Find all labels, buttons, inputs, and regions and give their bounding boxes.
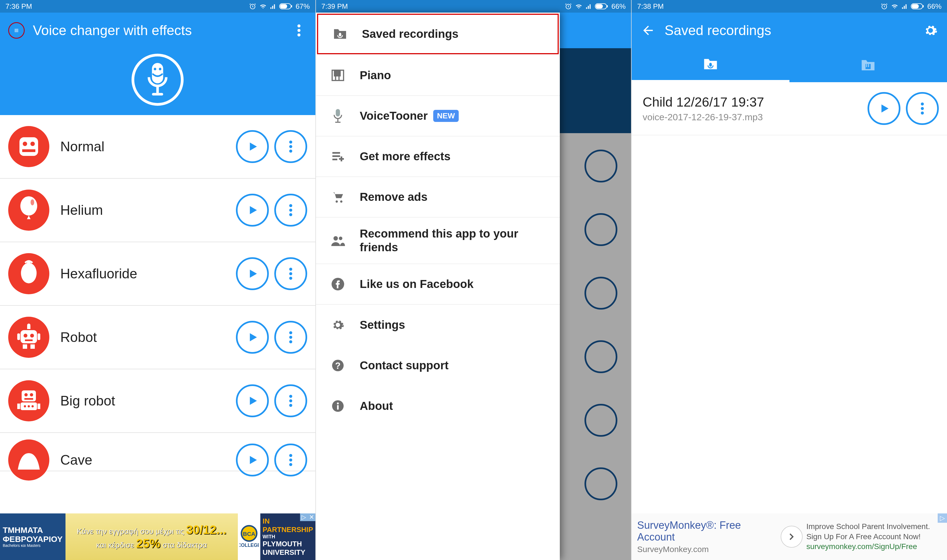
effect-label: Robot xyxy=(49,329,231,345)
adchoices-icon[interactable]: ▷ xyxy=(300,514,308,521)
row-more-button[interactable] xyxy=(274,130,307,163)
effect-row-normal[interactable]: Normal xyxy=(0,115,316,178)
svg-rect-53 xyxy=(17,403,20,409)
adchoices-icon[interactable]: ▷ xyxy=(938,514,947,523)
more-vert-icon xyxy=(289,268,293,280)
tab-voice-recordings[interactable] xyxy=(631,48,789,82)
menu-button[interactable] xyxy=(8,22,25,38)
svg-rect-95 xyxy=(923,5,924,8)
play-icon xyxy=(246,395,259,407)
svg-text:COLLEGE: COLLEGE xyxy=(240,543,259,548)
drawer-item-saved-recordings[interactable]: Saved recordings xyxy=(317,14,559,54)
svg-point-47 xyxy=(30,393,33,397)
ad-close-icon[interactable]: ✕ xyxy=(308,514,316,521)
screen-saved-recordings: 7:38 PM 66% Saved recordings Child 12/26… xyxy=(631,0,947,560)
ad-domain: SurveyMonkey.com xyxy=(637,545,771,554)
effect-row-cave[interactable]: Cave xyxy=(0,433,316,471)
arrow-back-icon xyxy=(641,23,655,37)
info-icon xyxy=(327,400,349,412)
app-title: Voice changer with effects xyxy=(25,23,291,38)
effect-row-robot[interactable]: Robot xyxy=(0,306,316,369)
ad-banner[interactable]: SurveyMonkey®: Free Account SurveyMonkey… xyxy=(631,514,947,560)
svg-rect-18 xyxy=(22,149,35,152)
drawer-item-facebook[interactable]: Like us on Facebook xyxy=(316,264,560,305)
svg-point-51 xyxy=(28,405,30,408)
effect-row-big-robot[interactable]: Big robot xyxy=(0,369,316,433)
effects-list[interactable]: Normal Helium Hexafluoride Robot xyxy=(0,115,316,471)
svg-point-50 xyxy=(24,405,26,408)
svg-rect-98 xyxy=(866,64,867,67)
svg-point-44 xyxy=(289,340,292,343)
effect-icon-normal xyxy=(8,126,49,167)
drawer-item-support[interactable]: ? Contact support xyxy=(316,345,560,386)
drawer-item-settings[interactable]: Settings xyxy=(316,305,560,345)
play-button[interactable] xyxy=(236,130,269,163)
signal-icon xyxy=(901,3,907,9)
play-button[interactable] xyxy=(236,443,269,477)
svg-rect-67 xyxy=(607,5,608,8)
battery-icon xyxy=(279,3,293,9)
ad-text: και κέρδισε xyxy=(96,541,134,549)
svg-rect-73 xyxy=(338,70,340,76)
svg-point-52 xyxy=(31,405,34,408)
app-bar: Voice changer with effects xyxy=(0,12,316,48)
row-more-button[interactable] xyxy=(274,257,307,290)
svg-rect-72 xyxy=(334,70,337,76)
app-bar: Saved recordings xyxy=(631,12,947,48)
nav-drawer: Saved recordings Piano VoiceTooner NEW G… xyxy=(316,12,560,560)
settings-button[interactable] xyxy=(922,22,939,38)
drawer-item-more-effects[interactable]: Get more effects xyxy=(316,137,560,177)
ad-go-button[interactable] xyxy=(781,526,802,548)
microphone-icon xyxy=(144,62,171,97)
svg-point-29 xyxy=(289,268,292,271)
ad-text: Κάνε την εγγραφή σου μέχρι τις xyxy=(77,527,184,535)
effect-row-helium[interactable]: Helium xyxy=(0,178,316,242)
row-more-button[interactable] xyxy=(274,385,307,417)
svg-point-60 xyxy=(289,463,292,466)
ad-text: 25% xyxy=(136,537,160,550)
overflow-button[interactable] xyxy=(291,22,307,38)
play-button[interactable] xyxy=(867,92,901,125)
effect-label: Normal xyxy=(49,138,231,154)
play-icon xyxy=(246,331,259,343)
drawer-item-remove-ads[interactable]: Remove ads xyxy=(316,177,560,217)
drawer-item-about[interactable]: About xyxy=(316,386,560,426)
svg-point-84 xyxy=(334,236,338,240)
drawer-item-recommend[interactable]: Recommend this app to your friends xyxy=(316,217,560,264)
svg-point-56 xyxy=(289,400,292,403)
play-button[interactable] xyxy=(236,257,269,290)
svg-rect-14 xyxy=(152,93,163,95)
ad-text: PARTNERSHIP xyxy=(262,526,313,534)
record-button[interactable] xyxy=(131,54,183,106)
row-more-button[interactable] xyxy=(906,92,939,125)
row-more-button[interactable] xyxy=(274,321,307,354)
play-icon xyxy=(878,103,890,114)
back-button[interactable] xyxy=(640,22,656,38)
tab-piano-recordings[interactable] xyxy=(790,48,947,82)
recording-row[interactable]: Child 12/26/17 19:37 voice-2017-12-26-19… xyxy=(631,82,947,135)
ad-text: PLYMOUTH xyxy=(262,540,313,548)
svg-point-102 xyxy=(921,111,924,114)
svg-rect-39 xyxy=(37,334,40,340)
ad-body: Improve School Parent Involvement. Sign … xyxy=(807,522,939,542)
svg-point-83 xyxy=(340,200,342,203)
play-button[interactable] xyxy=(236,194,269,226)
play-button[interactable] xyxy=(236,385,269,417)
status-bar: 7:36 PM 67% xyxy=(0,0,316,12)
drawer-item-voicetooner[interactable]: VoiceTooner NEW xyxy=(316,96,560,137)
svg-point-46 xyxy=(25,393,28,397)
svg-rect-4 xyxy=(14,29,18,29)
hamburger-icon xyxy=(14,24,19,37)
drawer-item-piano[interactable]: Piano xyxy=(316,55,560,96)
play-button[interactable] xyxy=(236,321,269,354)
folder-mic-icon xyxy=(329,28,351,40)
row-more-button[interactable] xyxy=(274,443,307,477)
ad-text: ΤΜΗΜΑΤΑ xyxy=(3,526,63,534)
effect-label: Hexafluoride xyxy=(49,266,231,282)
effect-icon-hexafluoride xyxy=(8,253,49,294)
row-more-button[interactable] xyxy=(274,194,307,226)
ad-banner[interactable]: ΤΜΗΜΑΤΑ ΦΕΒΡΟΥΑΡΙΟΥ Bachelors και Master… xyxy=(0,514,316,560)
effect-row-hexafluoride[interactable]: Hexafluoride xyxy=(0,242,316,306)
svg-point-37 xyxy=(27,323,31,327)
more-vert-icon xyxy=(289,140,293,152)
